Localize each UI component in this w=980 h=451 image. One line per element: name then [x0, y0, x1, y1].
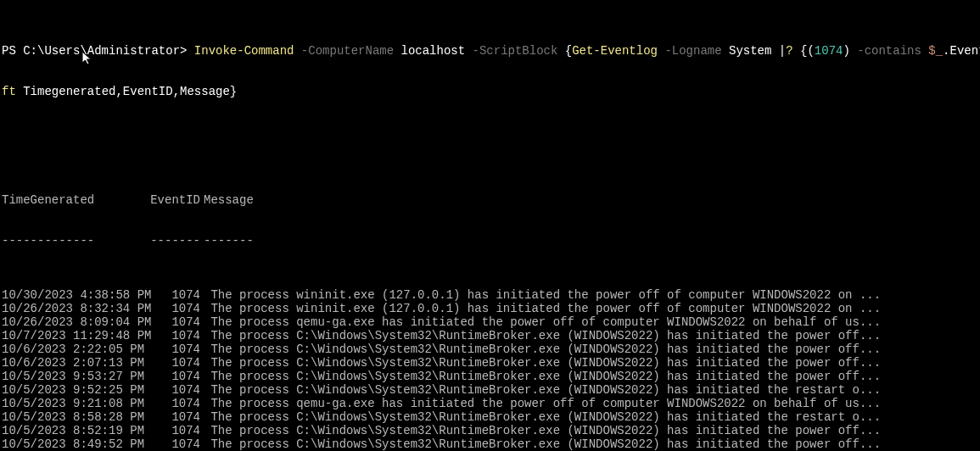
command-line-1: PS C:\Users\Administrator> Invoke-Comman… — [2, 44, 978, 58]
command-line-2: ft Timegenerated,EventID,Message} — [2, 85, 978, 98]
cell-eventid: 1074 — [146, 437, 204, 451]
cell-eventid: 1074 — [146, 329, 204, 342]
cell-eventid: 1074 — [146, 302, 204, 315]
cell-message: The process qemu-ga.exe has initiated th… — [204, 315, 881, 329]
brace-close: } — [230, 85, 237, 98]
ps-prompt: PS C:\Users\Administrator> — [2, 44, 194, 58]
arg-system: System — [729, 44, 779, 58]
table-row: 10/5/2023 9:21:08 PM1074 The process qem… — [2, 397, 978, 410]
cell-message: The process wininit.exe (127.0.0.1) has … — [204, 288, 881, 302]
cmdlet-get-eventlog: Get-Eventlog — [572, 44, 658, 58]
paren-close: ) — [843, 44, 849, 58]
cell-timegenerated: 10/26/2023 8:09:04 PM — [2, 315, 146, 329]
param-computername: -ComputerName — [294, 44, 400, 58]
table-row: 10/26/2023 8:32:34 PM1074 The process wi… — [2, 302, 978, 315]
arg-localhost: localhost — [401, 44, 466, 58]
cell-timegenerated: 10/6/2023 2:22:05 PM — [2, 342, 146, 356]
cell-eventid: 1074 — [146, 370, 204, 383]
cell-timegenerated: 10/7/2023 11:29:48 PM — [2, 329, 146, 342]
cmdlet-invoke-command: Invoke-Command — [194, 44, 294, 58]
table-row: 10/26/2023 8:09:04 PM1074 The process qe… — [2, 315, 978, 329]
cell-message: The process C:\Windows\System32\RuntimeB… — [204, 342, 881, 356]
param-logname: -Logname — [658, 44, 729, 58]
dollar-underscore: $_ — [928, 44, 943, 58]
cell-timegenerated: 10/5/2023 8:49:52 PM — [2, 437, 146, 451]
powershell-terminal[interactable]: PS C:\Users\Administrator> Invoke-Comman… — [0, 0, 980, 451]
table-body: 10/30/2023 4:38:58 PM1074 The process wi… — [2, 288, 978, 451]
ft-alias: ft — [2, 85, 23, 98]
param-scriptblock: -ScriptBlock — [465, 44, 565, 58]
table-row: 10/5/2023 9:53:27 PM1074 The process C:\… — [2, 370, 978, 383]
header-underline-eid: ------- — [146, 234, 204, 248]
cell-eventid: 1074 — [146, 315, 204, 329]
cell-eventid: 1074 — [146, 356, 204, 370]
table-header: TimeGenerated EventID Message — [2, 193, 978, 207]
cell-message: The process C:\Windows\System32\RuntimeB… — [204, 424, 881, 437]
dot-eventid: .EventID — [943, 44, 980, 58]
cell-message: The process C:\Windows\System32\RuntimeB… — [204, 383, 881, 397]
cell-timegenerated: 10/5/2023 9:21:08 PM — [2, 397, 146, 410]
table-row: 10/5/2023 8:49:52 PM1074 The process C:\… — [2, 437, 978, 451]
operator-contains: -contains — [850, 44, 928, 58]
where-alias: ? — [786, 44, 800, 58]
cell-eventid: 1074 — [146, 288, 204, 302]
event-id-literal: 1074 — [815, 44, 843, 58]
cell-timegenerated: 10/5/2023 8:58:28 PM — [2, 410, 146, 424]
cell-timegenerated: 10/30/2023 4:38:58 PM — [2, 288, 146, 302]
paren-open: ( — [807, 44, 814, 58]
pipe-1: | — [779, 44, 786, 58]
brace-open: { — [565, 44, 572, 58]
cell-timegenerated: 10/5/2023 8:52:19 PM — [2, 424, 146, 437]
cell-eventid: 1074 — [146, 397, 204, 410]
cell-eventid: 1074 — [146, 342, 204, 356]
ft-args: Timegenerated,EventID,Message — [23, 85, 230, 98]
cell-message: The process C:\Windows\System32\RuntimeB… — [204, 329, 881, 342]
table-row: 10/5/2023 8:58:28 PM1074 The process C:\… — [2, 410, 978, 424]
cell-eventid: 1074 — [146, 410, 204, 424]
table-row: 10/7/2023 11:29:48 PM1074 The process C:… — [2, 329, 978, 342]
header-underline-time: ------------- — [2, 234, 146, 248]
table-row: 10/6/2023 2:22:05 PM1074 The process C:\… — [2, 342, 978, 356]
cell-message: The process qemu-ga.exe has initiated th… — [204, 397, 881, 410]
cell-timegenerated: 10/6/2023 2:07:13 PM — [2, 356, 146, 370]
table-row: 10/5/2023 9:52:25 PM1074 The process C:\… — [2, 383, 978, 397]
cell-timegenerated: 10/5/2023 9:52:25 PM — [2, 383, 146, 397]
cell-message: The process wininit.exe (127.0.0.1) has … — [204, 302, 881, 315]
cell-timegenerated: 10/26/2023 8:32:34 PM — [2, 302, 146, 315]
cell-timegenerated: 10/5/2023 9:53:27 PM — [2, 370, 146, 383]
header-eventid: EventID — [146, 193, 204, 207]
header-message: Message — [204, 193, 254, 207]
cell-message: The process C:\Windows\System32\RuntimeB… — [204, 356, 881, 370]
cell-eventid: 1074 — [146, 424, 204, 437]
table-header-underline: ------------- ------- ------- — [2, 234, 978, 248]
table-row: 10/5/2023 8:52:19 PM1074 The process C:\… — [2, 424, 978, 437]
cell-message: The process C:\Windows\System32\RuntimeB… — [204, 410, 881, 424]
table-row: 10/30/2023 4:38:58 PM1074 The process wi… — [2, 288, 978, 302]
table-row: 10/6/2023 2:07:13 PM1074 The process C:\… — [2, 356, 978, 370]
header-timegenerated: TimeGenerated — [2, 193, 146, 207]
header-underline-msg: ------- — [204, 234, 254, 248]
cell-eventid: 1074 — [146, 383, 204, 397]
cell-message: The process C:\Windows\System32\RuntimeB… — [204, 437, 881, 451]
cell-message: The process C:\Windows\System32\RuntimeB… — [204, 370, 881, 383]
